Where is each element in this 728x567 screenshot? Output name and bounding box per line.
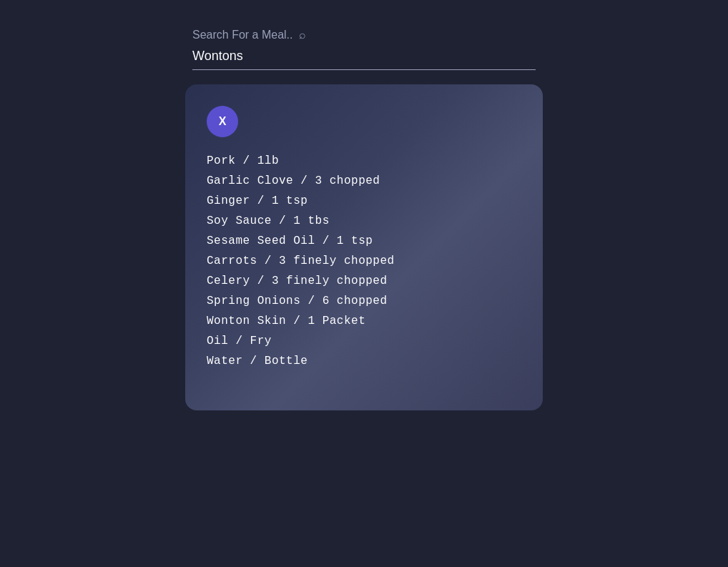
search-label: Search For a Meal.. ⌕ bbox=[192, 29, 536, 41]
search-input[interactable] bbox=[192, 46, 536, 70]
ingredients-list: Pork / 1lbGarlic Clove / 3 choppedGinger… bbox=[207, 154, 521, 368]
search-section: Search For a Meal.. ⌕ bbox=[185, 29, 543, 70]
ingredient-item: Wonton Skin / 1 Packet bbox=[207, 315, 521, 327]
ingredient-item: Soy Sauce / 1 tbs bbox=[207, 215, 521, 227]
ingredient-item: Ginger / 1 tsp bbox=[207, 194, 521, 207]
search-label-text: Search For a Meal.. bbox=[192, 29, 293, 41]
search-icon: ⌕ bbox=[299, 29, 306, 41]
ingredient-item: Spring Onions / 6 chopped bbox=[207, 295, 521, 307]
recipe-card: X Pork / 1lbGarlic Clove / 3 choppedGing… bbox=[185, 84, 543, 410]
ingredient-item: Pork / 1lb bbox=[207, 154, 521, 167]
ingredient-item: Oil / Fry bbox=[207, 335, 521, 347]
ingredient-item: Carrots / 3 finely chopped bbox=[207, 255, 521, 267]
ingredient-item: Garlic Clove / 3 chopped bbox=[207, 174, 521, 187]
close-button[interactable]: X bbox=[207, 106, 238, 137]
ingredient-item: Water / Bottle bbox=[207, 355, 521, 368]
ingredient-item: Celery / 3 finely chopped bbox=[207, 275, 521, 287]
ingredient-item: Sesame Seed Oil / 1 tsp bbox=[207, 235, 521, 247]
